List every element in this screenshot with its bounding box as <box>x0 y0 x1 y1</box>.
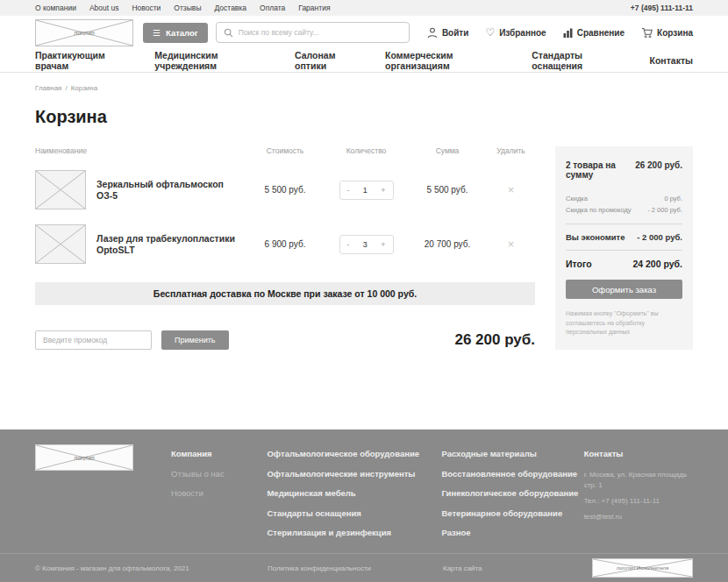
checkout-button[interactable]: Оформить заказ <box>566 280 682 299</box>
site-logo[interactable]: логотип <box>35 19 133 46</box>
topbar-link-reviews[interactable]: Отзывы <box>174 4 201 12</box>
catalog-button-label: Каталог <box>166 28 198 38</box>
topbar-link-about[interactable]: О компании <box>35 4 76 12</box>
cart-label: Корзина <box>657 28 693 38</box>
login-label: Войти <box>442 28 469 38</box>
footer-link-refurbished[interactable]: Восстановленное оборудование <box>441 465 583 485</box>
promo-discount-label: Скидка по промокоду <box>566 204 632 216</box>
footer-link-misc[interactable]: Разное <box>441 523 583 543</box>
product-sum: 5 500 руб. <box>408 185 487 195</box>
compare-button[interactable]: Сравнение <box>563 28 625 38</box>
topbar-link-delivery[interactable]: Доставка <box>215 4 247 12</box>
search-input[interactable] <box>239 28 402 37</box>
total-label: Итого <box>566 259 592 269</box>
bar-chart-icon <box>563 28 573 38</box>
nav-item-optics-salons[interactable]: Салонам оптики <box>295 50 365 71</box>
topbar-link-warranty[interactable]: Гарантия <box>298 4 330 12</box>
product-price: 5 500 руб. <box>246 185 325 195</box>
cart-table: Наименование Стоимость Количество Сумма … <box>35 146 535 350</box>
order-summary: 2 товара на сумму 26 200 руб. Скидка 0 р… <box>555 146 693 350</box>
qty-increase-button[interactable]: + <box>381 240 385 249</box>
cart-content: Наименование Стоимость Количество Сумма … <box>0 146 728 350</box>
copyright-text: © Компания - магазин для офтальмолога, 2… <box>35 564 268 572</box>
nav-item-medical-institutions[interactable]: Медицинским учреждениям <box>154 50 275 71</box>
summary-items-label: 2 товара на сумму <box>566 160 635 180</box>
header-phone: +7 (495) 111-11-11 <box>631 4 693 12</box>
col-header-qty: Количество <box>325 146 408 155</box>
footer-link-ophthalmic-instruments[interactable]: Офтальмологические инструменты <box>267 465 441 485</box>
nav-item-equipment-standards[interactable]: Стандарты оснащения <box>532 50 629 71</box>
footer-logo-label: логотип <box>74 455 94 461</box>
nav-item-commercial-orgs[interactable]: Коммерческим организациям <box>385 50 511 71</box>
hamburger-icon: ☰ <box>153 28 161 38</box>
footer-link-medical-furniture[interactable]: Медицинская мебель <box>267 484 441 504</box>
summary-divider <box>566 224 682 224</box>
compare-label: Сравнение <box>577 28 625 38</box>
nav-item-practitioners[interactable]: Практикующим врачам <box>35 50 134 71</box>
footer-email[interactable]: test@test.ru <box>584 512 693 522</box>
footer-link-reviews[interactable]: Отзывы о нас <box>171 465 267 485</box>
product-name[interactable]: Зеркальный офтальмоскоп ОЗ-5 <box>96 179 246 202</box>
footer-logo[interactable]: логотип <box>35 444 133 471</box>
footer-column-catalog-2: Расходные материалы Восстановленное обор… <box>441 444 583 553</box>
summary-divider <box>566 250 682 251</box>
qty-value: 1 <box>363 186 368 195</box>
qty-decrease-button[interactable]: - <box>347 240 350 249</box>
logo-label: логотип <box>74 30 94 36</box>
col-header-name: Наименование <box>35 146 96 155</box>
footer-link-equipment-standards[interactable]: Стандарты оснащения <box>267 504 441 524</box>
promo-code-input[interactable] <box>35 330 152 350</box>
favorites-button[interactable]: ♡ Избранное <box>485 27 546 38</box>
footer-column-contacts: Контакты г. Москва, ул. Красная площадь … <box>584 444 693 553</box>
discount-label: Скидка <box>566 193 588 204</box>
cart-button[interactable]: Корзина <box>641 27 693 39</box>
footer-link-ophthalmic-equipment[interactable]: Офтальмологическое оборудование <box>267 444 441 465</box>
top-utility-bar: О компании About us Новости Отзывы Доста… <box>0 0 728 16</box>
topbar-link-about-us[interactable]: About us <box>89 4 119 12</box>
footer-link-consumables[interactable]: Расходные материалы <box>441 444 583 465</box>
search-icon <box>224 28 233 38</box>
executor-logo-label: логотип Исполнителя <box>617 565 669 571</box>
cart-total-amount: 26 200 руб. <box>454 331 535 349</box>
savings-value: - 2 000 руб. <box>637 232 682 242</box>
qty-increase-button[interactable]: + <box>381 186 385 195</box>
topbar-link-news[interactable]: Новости <box>132 4 161 12</box>
footer-link-news[interactable]: Новости <box>171 484 267 504</box>
topbar-link-payment[interactable]: Оплата <box>260 4 285 12</box>
product-image-placeholder <box>35 224 86 264</box>
qty-value: 3 <box>363 240 368 249</box>
free-delivery-notice: Бесплатная доставка по Москве при заказе… <box>35 282 535 305</box>
breadcrumb-home[interactable]: Главная <box>35 84 61 92</box>
nav-item-contacts[interactable]: Контакты <box>649 55 693 66</box>
header-actions: Войти ♡ Избранное Сравнение <box>427 27 693 39</box>
privacy-policy-link[interactable]: Политика конфиденциальности <box>268 564 443 572</box>
footer-bottom-bar: © Компания - магазин для офтальмолога, 2… <box>0 553 728 582</box>
main-nav: Практикующим врачам Медицинским учрежден… <box>0 49 728 73</box>
user-icon <box>427 27 438 39</box>
quantity-stepper: - 3 + <box>339 235 394 254</box>
discount-value: 0 руб. <box>664 193 682 204</box>
product-price: 6 900 руб. <box>246 239 325 249</box>
catalog-button[interactable]: ☰ Каталог <box>143 23 208 43</box>
favorites-label: Избранное <box>499 28 546 38</box>
placeholder-cross <box>36 225 85 263</box>
product-sum: 20 700 руб. <box>408 239 487 249</box>
breadcrumb-current: Корзина <box>71 84 97 92</box>
apply-promo-button[interactable]: Применить <box>161 330 229 350</box>
footer-column-company: Компания Отзывы о нас Новости <box>171 444 267 553</box>
col-header-sum: Сумма <box>408 146 487 155</box>
remove-item-icon[interactable]: × <box>487 238 535 251</box>
remove-item-icon[interactable]: × <box>487 183 535 196</box>
savings-label: Вы экономите <box>566 232 625 242</box>
cart-table-header: Наименование Стоимость Количество Сумма … <box>35 146 535 155</box>
qty-decrease-button[interactable]: - <box>347 186 350 195</box>
footer-link-gynecological[interactable]: Гинекологическое оборудование <box>441 484 583 504</box>
page-title: Корзина <box>35 107 693 127</box>
sitemap-link[interactable]: Карта сайта <box>443 564 592 572</box>
product-name[interactable]: Лазер для трабекулопластики OptoSLT <box>96 233 246 256</box>
footer-link-sterilization[interactable]: Стерилизация и дезинфекция <box>267 523 441 543</box>
login-button[interactable]: Войти <box>427 27 469 39</box>
promo-row: Применить 26 200 руб. <box>35 330 535 350</box>
footer-link-veterinary[interactable]: Ветеринарное оборудование <box>441 504 583 524</box>
cart-row: Лазер для трабекулопластики OptoSLT 6 90… <box>35 224 535 264</box>
